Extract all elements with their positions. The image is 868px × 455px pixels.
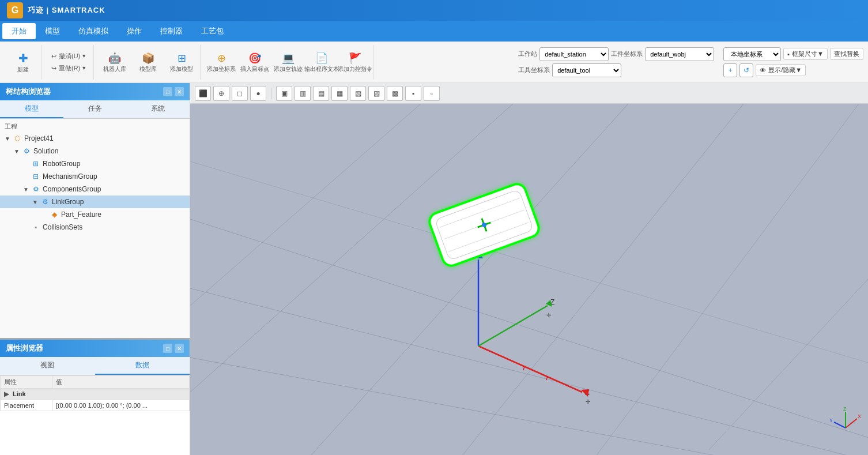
station-label: 工作站: [518, 50, 537, 58]
main-content: 树结构浏览器 □ ✕ 模型 任务 系统 工程 ▼ ⬡ Project41: [0, 83, 868, 455]
tree-close-button[interactable]: ✕: [175, 87, 184, 96]
tree-item-mechanismgroup[interactable]: ⊟ MechanismGroup: [0, 170, 190, 183]
prop-placement-key: Placement: [1, 400, 52, 411]
add-force-button[interactable]: 🚩 添加力控指令: [339, 46, 371, 78]
robot-lib-button[interactable]: 🤖 机器人库: [99, 46, 131, 78]
prop-col-value: 值: [52, 376, 189, 389]
prop-expand-icon[interactable]: ▶: [4, 390, 9, 397]
prop-browser: 属性浏览器 □ ✕ 视图 数据 属性 值: [0, 340, 190, 455]
tree-content: 工程 ▼ ⬡ Project41 ▼ ⚙ Solution: [0, 119, 190, 338]
redo-icon: ↪: [51, 65, 56, 72]
tool-select[interactable]: default_tool: [552, 63, 621, 77]
tree-item-collisionsets[interactable]: ▪ CollisionSets: [0, 221, 190, 234]
robot-lib-label: 机器人库: [103, 66, 126, 73]
tree-item-robotgroup[interactable]: ⊞ RobotGroup: [0, 157, 190, 170]
view-btn-frame[interactable]: ◻: [232, 86, 248, 101]
tab-view[interactable]: 视图: [0, 357, 95, 375]
tab-task[interactable]: 任务: [63, 100, 127, 118]
tree-browser: 树结构浏览器 □ ✕ 模型 任务 系统 工程 ▼ ⬡ Project41: [0, 83, 190, 340]
station-select[interactable]: default_station: [539, 47, 609, 61]
menu-start[interactable]: 开始: [2, 23, 36, 39]
tree-label-solution: Solution: [33, 147, 58, 155]
view-btn-3[interactable]: ▤: [313, 86, 329, 101]
new-group: ✚ 新建: [5, 45, 42, 80]
tab-model[interactable]: 模型: [0, 100, 63, 118]
frame-size-label: 框架尺寸▼: [792, 50, 824, 58]
find-replace-button[interactable]: 查找替换: [830, 48, 863, 60]
add-coord-icon: ⊕: [217, 52, 226, 65]
view-btn-select[interactable]: ⬛: [195, 86, 211, 101]
solution-icon: ⚙: [22, 146, 31, 156]
prop-section-label: Link: [13, 390, 26, 397]
display-hide-label: 显示/隐藏▼: [768, 66, 802, 74]
menubar: 开始 模型 仿真模拟 操作 控制器 工艺包: [0, 21, 868, 42]
menu-operation[interactable]: 操作: [118, 23, 151, 39]
tab-system[interactable]: 系统: [126, 100, 190, 118]
add-frame-button[interactable]: +: [723, 63, 737, 77]
view-btn-point[interactable]: ●: [250, 86, 266, 101]
tree-item-part-feature[interactable]: ◆ Part_Feature: [0, 208, 190, 221]
tree-section-label: 工程: [0, 121, 190, 132]
view-btn-1[interactable]: ▣: [276, 86, 292, 101]
model-lib-button[interactable]: 📦 模型库: [132, 46, 164, 78]
add-coord-button[interactable]: ⊕ 添加坐标系: [205, 46, 237, 78]
view-btn-9[interactable]: ▫: [424, 86, 440, 101]
add-empty-traj-icon: 💻: [282, 52, 295, 65]
view-btn-6[interactable]: ▨: [368, 86, 384, 101]
tree-arrow-linkgroup: ▼: [32, 199, 40, 205]
tree-item-componentsgroup[interactable]: ▼ ⚙ ComponentsGroup: [0, 183, 190, 195]
prop-browser-controls: □ ✕: [163, 344, 184, 353]
insert-target-icon: 🎯: [248, 52, 261, 65]
menu-simulation[interactable]: 仿真模拟: [69, 23, 118, 39]
tree-label-collisionsets: CollisionSets: [43, 223, 82, 231]
svg-rect-0: [190, 104, 868, 455]
tab-data[interactable]: 数据: [95, 357, 190, 375]
wobj-select[interactable]: default_wobj: [645, 47, 714, 61]
new-button[interactable]: ✚ 新建: [7, 46, 39, 78]
toolbar-right: 工作站 default_station 工件坐标系 default_wobj 工…: [518, 47, 863, 77]
add-model-button[interactable]: ⊞ 添加模型: [165, 46, 198, 78]
componentsgroup-icon: ⚙: [31, 185, 40, 194]
viewport[interactable]: ⬛ ⊕ ◻ ● ▣ ▥ ▤ ▦ ▧ ▨ ▩ ▪ ▫: [190, 83, 868, 455]
titlebar: G 巧迹 | SMARTRACK: [0, 0, 868, 21]
view-btn-4[interactable]: ▦: [331, 86, 348, 101]
station-group: 工作站 default_station 工件坐标系 default_wobj: [518, 47, 714, 61]
xyz-corner-indicator: X Z Y: [829, 406, 861, 438]
toolbar: ✚ 新建 ↩ 撤消(U) ▼ ↪ 重做(R) ▼ 🤖 机器人库 📦 模型库: [0, 42, 868, 83]
model-lib-icon: 📦: [142, 52, 154, 65]
menu-model[interactable]: 模型: [36, 23, 69, 39]
tree-item-project41[interactable]: ▼ ⬡ Project41: [0, 132, 190, 145]
output-program-button[interactable]: 📄 输出程序文本: [305, 46, 338, 78]
tree-item-solution[interactable]: ▼ ⚙ Solution: [0, 145, 190, 157]
prop-content: 属性 值 ▶ Link Placement: [0, 375, 190, 455]
tree-label-mechanismgroup: MechanismGroup: [43, 172, 97, 181]
prop-float-button[interactable]: □: [163, 344, 172, 353]
prop-close-button[interactable]: ✕: [175, 344, 184, 353]
left-panel: 树结构浏览器 □ ✕ 模型 任务 系统 工程 ▼ ⬡ Project41: [0, 83, 190, 455]
display-hide-control[interactable]: 👁 显示/隐藏▼: [756, 64, 806, 76]
frame-size-control[interactable]: ▪ 框架尺寸▼: [783, 48, 828, 60]
menu-process[interactable]: 工艺包: [192, 23, 233, 39]
view-btn-2[interactable]: ▥: [295, 86, 311, 101]
add-empty-traj-button[interactable]: 💻 添加空轨迹: [272, 46, 304, 78]
coord-system-select[interactable]: 本地坐标系: [723, 47, 781, 61]
insert-target-button[interactable]: 🎯 插入目标点: [239, 46, 271, 78]
part-feature-icon: ◆: [50, 210, 59, 219]
collisionsets-icon: ▪: [31, 223, 40, 232]
tree-float-button[interactable]: □: [163, 87, 172, 96]
view-btn-5[interactable]: ▧: [350, 86, 366, 101]
redo-arrow: ▼: [81, 65, 86, 71]
prop-tabs: 视图 数据: [0, 357, 190, 375]
prop-browser-header: 属性浏览器 □ ✕: [0, 340, 190, 357]
tree-label-componentsgroup: ComponentsGroup: [43, 185, 101, 193]
menu-controller[interactable]: 控制器: [151, 23, 192, 39]
view-btn-8[interactable]: ▪: [405, 86, 421, 101]
project-icon: ⬡: [13, 134, 22, 143]
redo-button[interactable]: ↪ 重做(R) ▼: [47, 63, 91, 74]
scene-3d[interactable]: X Y Z ✛ ✛: [190, 104, 868, 455]
view-btn-7[interactable]: ▩: [387, 86, 403, 101]
view-btn-origin[interactable]: ⊕: [213, 86, 229, 101]
refresh-frame-button[interactable]: ↺: [739, 63, 753, 77]
tree-item-linkgroup[interactable]: ▼ ⚙ LinkGroup: [0, 195, 190, 208]
undo-button[interactable]: ↩ 撤消(U) ▼: [47, 51, 91, 62]
